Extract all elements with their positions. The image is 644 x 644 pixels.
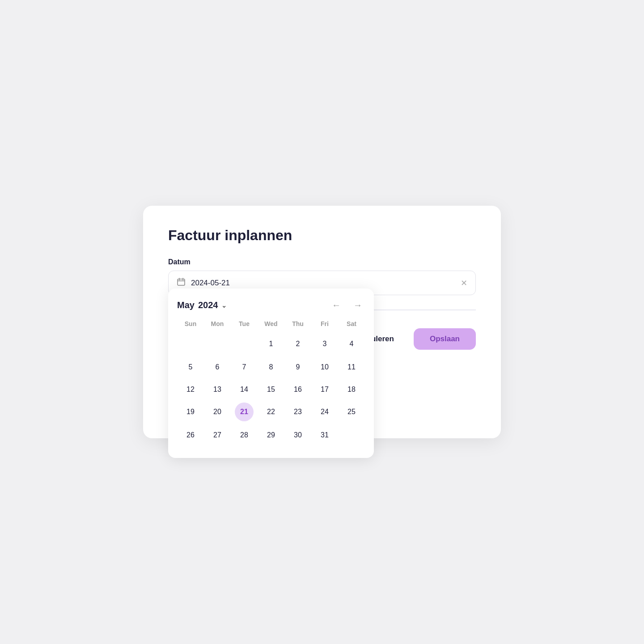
calendar-day-25[interactable]: 25 <box>342 402 361 421</box>
calendar-day-20[interactable]: 20 <box>208 402 227 421</box>
calendar-day-4[interactable]: 4 <box>342 335 361 353</box>
table-row[interactable]: 22 <box>258 401 284 423</box>
table-row[interactable]: 12 <box>177 378 204 401</box>
table-row[interactable]: 31 <box>311 423 338 447</box>
clear-date-icon[interactable]: ✕ <box>461 278 467 288</box>
calendar-icon <box>177 277 186 288</box>
calendar-month: May <box>177 300 195 310</box>
calendar-day-26[interactable]: 26 <box>181 426 200 445</box>
table-row <box>338 423 365 447</box>
datum-label: Datum <box>168 258 476 266</box>
prev-month-button[interactable]: ← <box>329 299 343 311</box>
calendar-day-16[interactable]: 16 <box>288 380 307 399</box>
weekday-fri: Fri <box>311 320 338 332</box>
table-row[interactable]: 3 <box>311 332 338 356</box>
calendar-day-31[interactable]: 31 <box>315 426 334 445</box>
calendar-day-21[interactable]: 21 <box>235 402 254 421</box>
calendar-day-10[interactable]: 10 <box>315 358 334 377</box>
calendar-header: May 2024 ⌄ ← → <box>177 299 365 311</box>
calendar-day-12[interactable]: 12 <box>181 380 200 399</box>
table-row[interactable]: 2 <box>284 332 311 356</box>
calendar-day-6[interactable]: 6 <box>208 358 227 377</box>
calendar-day-3[interactable]: 3 <box>315 335 334 353</box>
calendar-day-5[interactable]: 5 <box>181 358 200 377</box>
table-row[interactable]: 30 <box>284 423 311 447</box>
table-row[interactable]: 6 <box>204 356 231 378</box>
table-row[interactable]: 1 <box>258 332 284 356</box>
table-row[interactable]: 9 <box>284 356 311 378</box>
table-row[interactable]: 20 <box>204 401 231 423</box>
table-row[interactable]: 14 <box>231 378 258 401</box>
table-row[interactable]: 8 <box>258 356 284 378</box>
calendar-day-27[interactable]: 27 <box>208 426 227 445</box>
calendar-day-13[interactable]: 13 <box>208 380 227 399</box>
weekday-mon: Mon <box>204 320 231 332</box>
next-month-button[interactable]: → <box>351 299 365 311</box>
schedule-invoice-modal: Factuur inplannen Datum 2024-05-21 ✕ May… <box>143 206 501 438</box>
svg-rect-0 <box>178 279 185 285</box>
calendar-day-empty <box>181 334 200 352</box>
calendar-day-14[interactable]: 14 <box>235 380 254 399</box>
table-row[interactable]: 10 <box>311 356 338 378</box>
calendar-month-year[interactable]: May 2024 ⌄ <box>177 300 227 310</box>
calendar-day-28[interactable]: 28 <box>235 426 254 445</box>
table-row[interactable]: 29 <box>258 423 284 447</box>
table-row[interactable]: 28 <box>231 423 258 447</box>
table-row[interactable]: 4 <box>338 332 365 356</box>
calendar-year: 2024 <box>198 300 218 310</box>
calendar-day-29[interactable]: 29 <box>262 426 280 445</box>
table-row[interactable]: 21 <box>231 401 258 423</box>
table-row <box>204 332 231 356</box>
table-row[interactable]: 19 <box>177 401 204 423</box>
table-row[interactable]: 7 <box>231 356 258 378</box>
table-row[interactable]: 16 <box>284 378 311 401</box>
table-row[interactable]: 5 <box>177 356 204 378</box>
date-input-value: 2024-05-21 <box>191 279 455 288</box>
calendar-navigation: ← → <box>329 299 365 311</box>
modal-title: Factuur inplannen <box>168 227 476 244</box>
table-row[interactable]: 25 <box>338 401 365 423</box>
calendar-day-19[interactable]: 19 <box>181 402 200 421</box>
table-row[interactable]: 24 <box>311 401 338 423</box>
table-row[interactable]: 15 <box>258 378 284 401</box>
table-row[interactable]: 11 <box>338 356 365 378</box>
table-row[interactable]: 13 <box>204 378 231 401</box>
calendar-day-empty <box>235 334 254 352</box>
weekday-thu: Thu <box>284 320 311 332</box>
calendar-day-1[interactable]: 1 <box>262 335 280 353</box>
calendar-day-17[interactable]: 17 <box>315 380 334 399</box>
calendar-dropdown: May 2024 ⌄ ← → Sun Mon Tue Wed Thu Fri S… <box>168 288 374 458</box>
calendar-day-7[interactable]: 7 <box>235 358 254 377</box>
calendar-day-empty <box>342 425 361 444</box>
calendar-day-30[interactable]: 30 <box>288 426 307 445</box>
calendar-day-18[interactable]: 18 <box>342 380 361 399</box>
table-row[interactable]: 26 <box>177 423 204 447</box>
weekday-sat: Sat <box>338 320 365 332</box>
weekday-tue: Tue <box>231 320 258 332</box>
table-row[interactable]: 27 <box>204 423 231 447</box>
chevron-down-icon: ⌄ <box>221 302 227 309</box>
table-row[interactable]: 23 <box>284 401 311 423</box>
save-button[interactable]: Opslaan <box>414 328 476 350</box>
calendar-day-23[interactable]: 23 <box>288 402 307 421</box>
table-row <box>231 332 258 356</box>
calendar-day-9[interactable]: 9 <box>288 358 307 377</box>
weekday-wed: Wed <box>258 320 284 332</box>
table-row[interactable]: 17 <box>311 378 338 401</box>
calendar-day-24[interactable]: 24 <box>315 402 334 421</box>
table-row[interactable]: 18 <box>338 378 365 401</box>
calendar-day-15[interactable]: 15 <box>262 380 280 399</box>
calendar-grid: Sun Mon Tue Wed Thu Fri Sat 123456789101… <box>177 320 365 447</box>
calendar-day-22[interactable]: 22 <box>262 402 280 421</box>
table-row <box>177 332 204 356</box>
weekday-sun: Sun <box>177 320 204 332</box>
calendar-day-2[interactable]: 2 <box>288 335 307 353</box>
calendar-day-11[interactable]: 11 <box>342 358 361 377</box>
calendar-day-8[interactable]: 8 <box>262 358 280 377</box>
calendar-day-empty <box>208 334 227 352</box>
